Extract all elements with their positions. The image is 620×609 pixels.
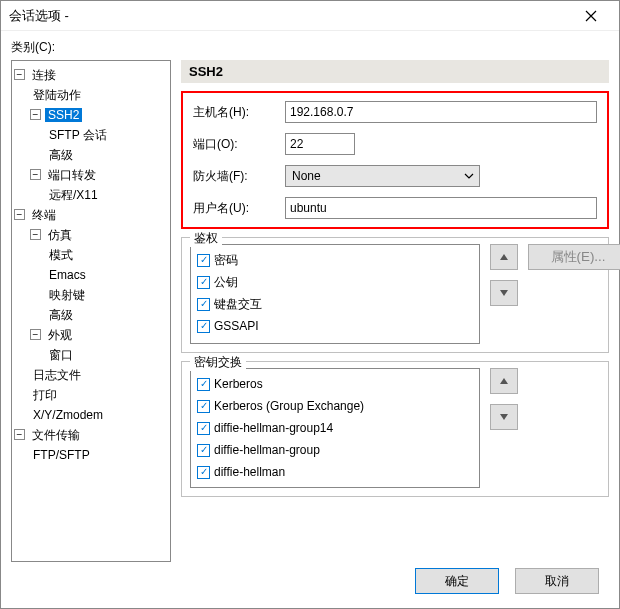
port-label: 端口(O): (193, 136, 273, 153)
main-area: −连接 登陆动作 −SSH2 SFTP 会话 高级 (11, 60, 609, 562)
tree-node-modes[interactable]: 模式 (46, 248, 76, 262)
tree-node-advanced[interactable]: 高级 (46, 308, 76, 322)
tree-node-connection[interactable]: 连接 (29, 68, 59, 82)
category-tree[interactable]: −连接 登陆动作 −SSH2 SFTP 会话 高级 (11, 60, 171, 562)
auth-item-label: 键盘交互 (214, 293, 262, 315)
tree-node-emacs[interactable]: Emacs (46, 268, 89, 282)
triangle-down-icon (499, 289, 509, 297)
checkbox-icon: ✓ (197, 254, 210, 267)
checkbox-icon: ✓ (197, 400, 210, 413)
tree-node-xyzmodem[interactable]: X/Y/Zmodem (30, 408, 106, 422)
dialog-footer: 确定 取消 (11, 562, 609, 604)
dialog-window: 会话选项 - 类别(C): −连接 登陆动作 −SSH2 SFTP (0, 0, 620, 609)
tree-node-print[interactable]: 打印 (30, 388, 60, 402)
auth-side-controls: 属性(E)... (490, 244, 600, 306)
auth-item[interactable]: ✓密码 (197, 249, 473, 271)
firewall-select[interactable]: None (285, 165, 480, 187)
tree-toggle[interactable]: − (30, 229, 41, 240)
tree-node-port-forward[interactable]: 端口转发 (45, 168, 99, 182)
tree-node-login-action[interactable]: 登陆动作 (30, 88, 84, 102)
checkbox-icon: ✓ (197, 422, 210, 435)
triangle-down-icon (499, 413, 509, 421)
auth-list[interactable]: ✓密码 ✓公钥 ✓键盘交互 ✓GSSAPI (190, 244, 480, 344)
dialog-body: 类别(C): −连接 登陆动作 −SSH2 SFTP 会话 高级 (1, 31, 619, 608)
tree-node-terminal[interactable]: 终端 (29, 208, 59, 222)
auth-legend: 鉴权 (190, 230, 222, 247)
settings-pane: SSH2 主机名(H): 端口(O): 防火墙(F): None 用户名(U): (181, 60, 609, 562)
section-header: SSH2 (181, 60, 609, 83)
tree-node-ftp-sftp[interactable]: FTP/SFTP (30, 448, 93, 462)
port-input[interactable] (285, 133, 355, 155)
move-up-button[interactable] (490, 244, 518, 270)
auth-fieldset: 鉴权 ✓密码 ✓公钥 ✓键盘交互 ✓GSSAPI (181, 237, 609, 353)
category-label: 类别(C): (11, 39, 609, 56)
tree-node-sftp-session[interactable]: SFTP 会话 (46, 128, 110, 142)
titlebar: 会话选项 - (1, 1, 619, 31)
kex-item[interactable]: ✓diffie-hellman (197, 461, 473, 483)
close-button[interactable] (571, 1, 611, 31)
auth-item[interactable]: ✓键盘交互 (197, 293, 473, 315)
firewall-value: None (292, 169, 321, 183)
tree-node-emulation[interactable]: 仿真 (45, 228, 75, 242)
close-icon (585, 10, 597, 22)
firewall-label: 防火墙(F): (193, 168, 273, 185)
kex-legend: 密钥交换 (190, 354, 246, 371)
tree-node-advanced[interactable]: 高级 (46, 148, 76, 162)
move-down-button[interactable] (490, 404, 518, 430)
checkbox-icon: ✓ (197, 320, 210, 333)
tree-node-log-files[interactable]: 日志文件 (30, 368, 84, 382)
checkbox-icon: ✓ (197, 378, 210, 391)
kex-item-label: Kerberos (214, 373, 263, 395)
kex-fieldset: 密钥交换 ✓Kerberos ✓Kerberos (Group Exchange… (181, 361, 609, 497)
move-down-button[interactable] (490, 280, 518, 306)
kex-item[interactable]: ✓diffie-hellman-group14 (197, 417, 473, 439)
host-label: 主机名(H): (193, 104, 273, 121)
checkbox-icon: ✓ (197, 444, 210, 457)
kex-item-label: diffie-hellman-group14 (214, 417, 333, 439)
tree-node-window[interactable]: 窗口 (46, 348, 76, 362)
tree-node-keymap[interactable]: 映射键 (46, 288, 88, 302)
kex-item[interactable]: ✓Kerberos (197, 373, 473, 395)
auth-item-label: 公钥 (214, 271, 238, 293)
tree-node-file-transfer[interactable]: 文件传输 (29, 428, 83, 442)
auth-item-label: 密码 (214, 249, 238, 271)
tree-toggle[interactable]: − (14, 209, 25, 220)
auth-item-label: GSSAPI (214, 315, 259, 337)
auth-item[interactable]: ✓GSSAPI (197, 315, 473, 337)
tree-node-remote-x11[interactable]: 远程/X11 (46, 188, 101, 202)
kex-item[interactable]: ✓diffie-hellman-group (197, 439, 473, 461)
window-title: 会话选项 - (9, 7, 571, 25)
tree-toggle[interactable]: − (30, 329, 41, 340)
host-input[interactable] (285, 101, 597, 123)
user-label: 用户名(U): (193, 200, 273, 217)
move-up-button[interactable] (490, 368, 518, 394)
properties-button[interactable]: 属性(E)... (528, 244, 620, 270)
checkbox-icon: ✓ (197, 276, 210, 289)
kex-side-controls (490, 368, 600, 430)
kex-item-label: Kerberos (Group Exchange) (214, 395, 364, 417)
kex-item-label: diffie-hellman-group (214, 439, 320, 461)
tree-node-ssh2[interactable]: SSH2 (45, 108, 82, 122)
triangle-up-icon (499, 253, 509, 261)
checkbox-icon: ✓ (197, 298, 210, 311)
tree-toggle[interactable]: − (14, 429, 25, 440)
auth-item[interactable]: ✓公钥 (197, 271, 473, 293)
kex-list[interactable]: ✓Kerberos ✓Kerberos (Group Exchange) ✓di… (190, 368, 480, 488)
tree-toggle[interactable]: − (14, 69, 25, 80)
tree-node-appearance[interactable]: 外观 (45, 328, 75, 342)
kex-item-label: diffie-hellman (214, 461, 285, 483)
triangle-up-icon (499, 377, 509, 385)
cancel-button[interactable]: 取消 (515, 568, 599, 594)
connection-form: 主机名(H): 端口(O): 防火墙(F): None 用户名(U): (181, 91, 609, 229)
kex-item[interactable]: ✓Kerberos (Group Exchange) (197, 395, 473, 417)
tree-toggle[interactable]: − (30, 109, 41, 120)
checkbox-icon: ✓ (197, 466, 210, 479)
ok-button[interactable]: 确定 (415, 568, 499, 594)
tree-toggle[interactable]: − (30, 169, 41, 180)
user-input[interactable] (285, 197, 597, 219)
